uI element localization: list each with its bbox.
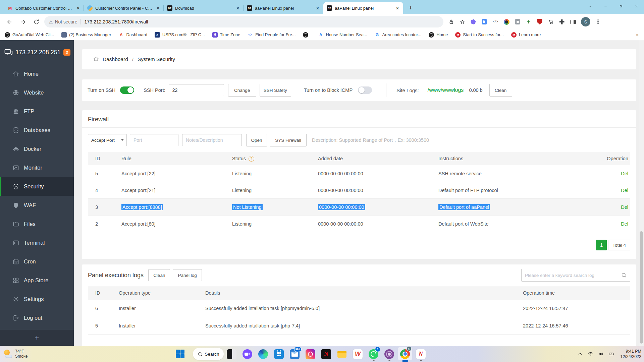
taskbar-app-dark[interactable] (224, 346, 239, 362)
extension-lens-icon[interactable] (502, 17, 511, 26)
taskbar-app-edge[interactable] (255, 346, 271, 362)
profile-avatar[interactable]: S (581, 17, 590, 26)
bookmark-star-icon[interactable] (458, 17, 467, 26)
tab-close-icon[interactable]: ✕ (394, 5, 400, 11)
extension-blue-icon[interactable] (480, 17, 489, 26)
weather-widget[interactable]: 74°F Smoke (3, 346, 28, 362)
taskbar-search[interactable]: Search (193, 348, 224, 360)
bookmark-business-manager[interactable]: (2) Business Manager (61, 32, 111, 38)
sidebar-item-terminal[interactable]: Terminal (0, 233, 74, 252)
sidebar-item-cron[interactable]: Cron (0, 252, 74, 271)
server-header[interactable]: 173.212.208.251 2 (0, 40, 74, 64)
tab-close-icon[interactable]: ✕ (75, 5, 81, 11)
taskbar-app-store[interactable] (271, 346, 287, 362)
close-button[interactable] (629, 0, 644, 12)
extension-starburst-icon[interactable] (469, 17, 478, 26)
site-logs-clean-button[interactable]: Clean (489, 84, 512, 97)
sidebar-add-button[interactable]: + (0, 330, 74, 346)
ssh-safety-button[interactable]: SSH Safety (260, 84, 291, 97)
extension-shield-icon[interactable] (535, 17, 544, 26)
taskbar-app-file-explorer[interactable] (334, 346, 350, 362)
notice-badge[interactable]: 2 (63, 49, 70, 56)
status-help-icon[interactable]: ? (249, 156, 254, 162)
back-icon[interactable] (4, 16, 15, 27)
sidebar-item-log-out[interactable]: Log out (0, 308, 74, 327)
open-button[interactable]: Open (246, 134, 267, 146)
tab-contabo-panel[interactable]: Customer Control Panel - Contab ✕ (84, 2, 164, 14)
tab-close-icon[interactable]: ✕ (235, 5, 241, 11)
tab-download[interactable]: Download ✕ (164, 2, 244, 14)
side-panel-icon[interactable] (569, 17, 577, 26)
new-tab-button[interactable]: + (406, 3, 415, 13)
extension-gray-icon[interactable] (513, 17, 522, 26)
taskbar-app-whatsapp[interactable]: 1 (366, 346, 381, 362)
sidebar-item-monitor[interactable]: Monitor (0, 158, 74, 177)
delete-rule-link[interactable]: Del (621, 204, 628, 210)
chevron-up-icon[interactable] (577, 351, 583, 357)
bookmark-learn-more[interactable]: Learn more (511, 32, 541, 38)
ssh-port-input[interactable] (169, 84, 224, 96)
bookmark-usps[interactable]: USPS.com® - ZIP C... (155, 32, 205, 38)
taskbar-clock[interactable]: 9:41 PM 12/24/2022 (620, 349, 641, 360)
search-icon[interactable] (621, 272, 627, 278)
taskbar-app-instagram[interactable] (303, 346, 318, 362)
bookmark-find-people[interactable]: Find People for Fre... (248, 32, 296, 38)
reload-icon[interactable] (31, 16, 42, 27)
sidebar-item-settings[interactable]: Settings (0, 290, 74, 308)
sidebar-item-databases[interactable]: Databases (0, 121, 74, 139)
delete-rule-link[interactable]: Del (621, 171, 628, 176)
bookmark-goautodial[interactable]: GoAutoDial Web Cli... (5, 32, 54, 38)
delete-rule-link[interactable]: Del (621, 221, 628, 227)
cart-icon[interactable] (546, 17, 555, 26)
bookmark-area-codes[interactable]: Area codes locator... (375, 32, 422, 38)
sidebar-item-website[interactable]: Website (0, 83, 74, 102)
log-search-input[interactable] (521, 269, 630, 282)
notes-input[interactable] (182, 134, 242, 146)
tab-close-icon[interactable]: ✕ (155, 5, 161, 11)
site-logs-path-link[interactable]: /www/wwwlogs (428, 87, 464, 93)
tab-search-chevron-icon[interactable] (582, 0, 598, 12)
forward-icon[interactable] (17, 16, 28, 27)
sidebar-item-app-store[interactable]: App Store (0, 271, 74, 290)
restore-button[interactable] (613, 0, 629, 12)
sidebar-item-waf[interactable]: WAF (0, 196, 74, 215)
wifi-icon[interactable] (588, 351, 594, 357)
port-input[interactable] (130, 134, 178, 146)
taskbar-app-mail[interactable]: 99+ (287, 346, 303, 362)
bookmarks-overflow-chevron[interactable]: » (636, 32, 639, 37)
bookmark-dashboard[interactable]: Dashboard (118, 32, 147, 38)
windows-start-icon[interactable] (175, 349, 185, 359)
sidebar-item-home[interactable]: Home (0, 64, 74, 83)
tab-aapanel-1[interactable]: aaPanel Linux panel ✕ (244, 2, 323, 14)
extensions-puzzle-icon[interactable] (557, 17, 566, 26)
sys-firewall-button[interactable]: SYS Firewall (270, 134, 307, 146)
taskbar-app-video[interactable] (239, 346, 255, 362)
taskbar-app-red-n[interactable] (413, 346, 429, 362)
bookmark-globe-only[interactable] (303, 32, 311, 38)
extension-code-icon[interactable] (491, 17, 500, 26)
volume-icon[interactable] (598, 351, 604, 357)
address-bar[interactable]: ⚠ Not secure 173.212.208.251:7800/firewa… (44, 16, 443, 27)
bookmark-house-number[interactable]: House Number Sea... (318, 32, 367, 38)
sidebar-item-files[interactable]: Files (0, 215, 74, 233)
sidebar-item-docker[interactable]: Docker (0, 139, 74, 158)
taskbar-app-netflix[interactable] (318, 346, 334, 362)
delete-rule-link[interactable]: Del (621, 188, 628, 193)
panel-log-button[interactable]: Panel log (173, 269, 202, 281)
rule-type-select[interactable]: Accept Port (88, 134, 127, 146)
browser-menu-kebab-icon[interactable] (594, 19, 602, 24)
scrollbar-thumb[interactable] (640, 231, 643, 344)
taskbar-app-chrome-active[interactable]: S (397, 346, 413, 362)
sidebar-item-security[interactable]: Security (0, 177, 74, 196)
taskbar-app-tor[interactable] (381, 346, 397, 362)
ssh-toggle[interactable] (120, 86, 134, 94)
tab-close-icon[interactable]: ✕ (315, 5, 321, 11)
block-icmp-toggle[interactable] (358, 86, 372, 94)
minimize-button[interactable] (598, 0, 613, 12)
page-number-current[interactable]: 1 (596, 240, 607, 250)
url-text[interactable]: 173.212.208.251:7800/firewall (84, 19, 148, 24)
share-icon[interactable] (447, 17, 455, 26)
bookmark-start-to-success[interactable]: Start to Success for... (455, 32, 504, 38)
change-button[interactable]: Change (228, 84, 256, 97)
breadcrumb-root[interactable]: Dashboard (103, 56, 128, 62)
